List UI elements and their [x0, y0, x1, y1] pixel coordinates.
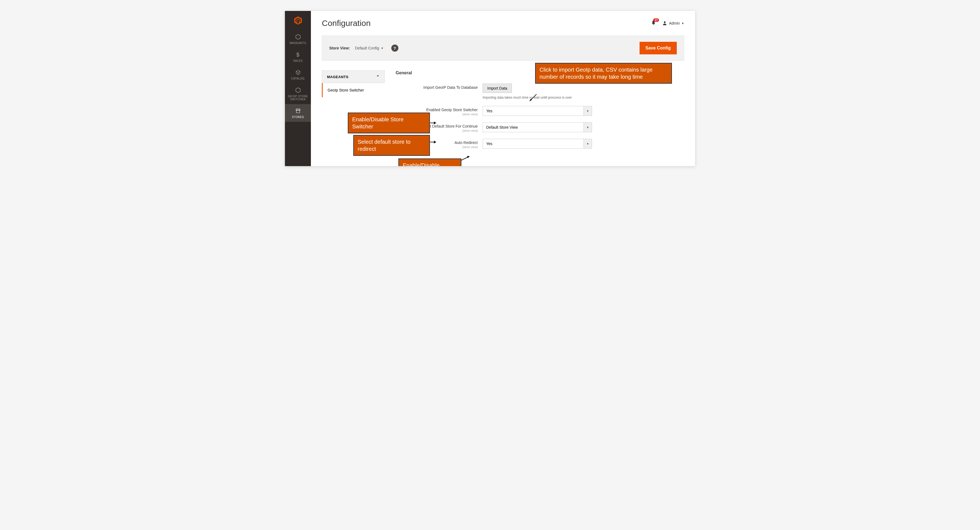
page-header: Configuration 17 Admin ▼ — [322, 19, 684, 28]
arrow-icon — [430, 120, 438, 126]
field-label: Enabled GeoIp Store Switcher — [426, 108, 478, 112]
admin-sidebar: MAGEANTS $ SALES CATALOG GEOIP STORE SWI… — [285, 11, 311, 166]
store-view-bar: Store View: Default Config ▼ ? Save Conf… — [322, 35, 684, 61]
notifications-button[interactable]: 17 — [651, 20, 656, 27]
sidebar-item-label: CATALOG — [291, 77, 305, 80]
select-value: Default Store View — [486, 125, 518, 130]
enabled-select[interactable]: Yes ▼ — [483, 106, 592, 116]
caret-down-icon: ▼ — [381, 47, 383, 50]
sidebar-item-label: SALES — [293, 59, 303, 62]
store-view-select[interactable]: Default Config ▼ — [355, 46, 383, 50]
field-enabled-switcher: Enabled GeoIp Store Switcher [store view… — [396, 106, 684, 116]
caret-down-icon: ▼ — [584, 123, 592, 132]
sidebar-item-stores[interactable]: STORES — [285, 104, 311, 122]
caret-down-icon: ▼ — [584, 106, 592, 116]
store-icon — [295, 108, 301, 114]
dollar-icon: $ — [295, 52, 301, 58]
field-label: Auto Redirect — [455, 140, 478, 145]
select-value: Yes — [486, 141, 492, 146]
sidebar-item-mageants[interactable]: MAGEANTS — [285, 30, 311, 48]
user-name: Admin — [669, 21, 680, 25]
user-menu[interactable]: Admin ▼ — [662, 21, 684, 26]
config-nav-group-label: MAGEANTS — [327, 75, 348, 79]
config-nav-item-geoip[interactable]: GeoIp Store Switcher — [322, 83, 385, 97]
callout-default-store: Select default store to redirect — [353, 135, 430, 156]
arrow-icon — [527, 93, 538, 104]
sidebar-item-label: MAGEANTS — [290, 41, 306, 44]
default-store-select[interactable]: Default Store View ▼ — [483, 122, 592, 132]
sidebar-item-label: STORES — [292, 116, 304, 119]
user-icon — [662, 21, 667, 26]
import-data-button[interactable]: Import Data — [483, 84, 512, 93]
hexagon-icon — [295, 87, 301, 93]
callout-import: Click to import GeoIp data, CSV contains… — [535, 63, 672, 84]
app-frame: MAGEANTS $ SALES CATALOG GEOIP STORE SWI… — [285, 11, 695, 166]
field-import-geoip: Import GeoIP Data To Database Import Dat… — [396, 84, 684, 100]
hexagon-icon — [295, 34, 301, 40]
header-actions: 17 Admin ▼ — [651, 20, 684, 27]
select-value: Yes — [486, 109, 492, 113]
main-content: Configuration 17 Admin ▼ Store View: Def… — [311, 11, 695, 166]
svg-marker-5 — [434, 141, 436, 143]
save-config-button[interactable]: Save Config — [640, 42, 677, 54]
magento-logo-icon — [293, 16, 303, 25]
sidebar-item-label: GEOIP STORE SWITCHER — [286, 95, 310, 101]
notification-badge: 17 — [653, 18, 659, 22]
caret-down-icon: ▼ — [584, 139, 592, 148]
caret-down-icon: ▼ — [681, 22, 684, 25]
help-button[interactable]: ? — [391, 44, 398, 52]
auto-redirect-select[interactable]: Yes ▼ — [483, 139, 592, 149]
chevron-up-icon: ⌃ — [376, 75, 380, 79]
config-nav-group[interactable]: MAGEANTS ⌃ — [322, 70, 385, 83]
sidebar-item-sales[interactable]: $ SALES — [285, 48, 311, 65]
field-label: Import GeoIP Data To Database — [396, 84, 478, 90]
page-title: Configuration — [322, 19, 371, 28]
svg-marker-3 — [434, 122, 436, 124]
callout-auto-redirect: Enable/Disable Autoredirection — [398, 159, 461, 166]
arrow-icon — [430, 139, 438, 145]
field-auto-redirect: Auto Redirect [store view] Yes ▼ — [396, 139, 684, 149]
sidebar-item-geoip[interactable]: GEOIP STORE SWITCHER — [285, 83, 311, 104]
box-icon — [295, 70, 301, 75]
magento-logo[interactable] — [285, 11, 311, 30]
callout-enabled: Enable/Disable Store Switcher — [348, 113, 430, 133]
store-view-value: Default Config — [355, 46, 379, 50]
sidebar-item-catalog[interactable]: CATALOG — [285, 65, 311, 83]
store-view-label: Store View: — [329, 46, 350, 50]
field-default-store: Set Default Store For Continue [store vi… — [396, 122, 684, 132]
